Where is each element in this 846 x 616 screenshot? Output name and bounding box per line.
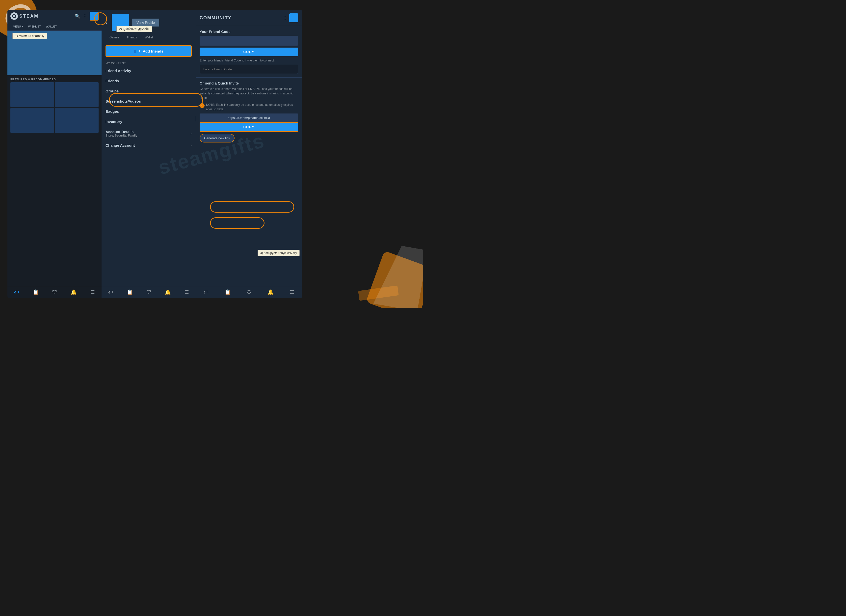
nav-shield-icon[interactable]: 🛡 [52, 290, 57, 295]
right-nav-hamburger-icon[interactable]: ☰ [290, 289, 294, 295]
back-button[interactable]: ‹ [106, 19, 109, 26]
mid-nav-tag-icon[interactable]: 🏷 [108, 290, 113, 295]
annotation-1-box: 1) Жмем на аватарку [12, 33, 47, 39]
chevron-right-icon-2: › [191, 144, 192, 147]
community-title: COMMUNITY [200, 15, 232, 21]
nav-tag-icon[interactable]: 🏷 [14, 290, 19, 295]
community-avatar [289, 13, 298, 22]
nav-wallet[interactable]: WALLET [43, 24, 59, 29]
right-nav-list-icon[interactable]: 📋 [225, 289, 231, 295]
add-friends-icon: 👥+ [134, 49, 141, 53]
menu-groups[interactable]: Groups [101, 86, 196, 96]
tab-wallet[interactable]: Wallet [141, 33, 157, 42]
mid-nav-bell-icon[interactable]: 🔔 [165, 289, 171, 295]
menu-friends[interactable]: Friends [101, 76, 196, 86]
mid-nav-hamburger-icon[interactable]: ☰ [185, 289, 189, 295]
tab-friends[interactable]: Friends [123, 33, 141, 42]
search-button[interactable]: 🔍 [75, 13, 80, 19]
annotation-2-box: 2) «Добавить друзей» [116, 26, 152, 32]
mid-panel: ‹ View Profile 2) «Добавить друзей» Game… [101, 10, 196, 298]
menu-friend-activity[interactable]: Friend Activity [101, 66, 196, 76]
nav-bar: MENU ▾ WISHLIST WALLET [7, 22, 101, 31]
friend-code-display [200, 36, 298, 46]
mid-nav-shield-icon[interactable]: 🛡 [146, 290, 151, 295]
featured-row2 [7, 107, 101, 133]
left-bottom-nav: 🏷 📋 🛡 🔔 ☰ [7, 286, 101, 298]
friend-code-input[interactable] [200, 65, 298, 74]
nav-menu[interactable]: MENU ▾ [10, 23, 25, 29]
main-container: STEAM 🔍 ⋮ MENU ▾ WISHLIST WALLET 1) Ж [0, 0, 423, 308]
right-bottom-nav: 🏷 📋 🛡 🔔 ☰ [196, 286, 302, 298]
nav-hamburger-icon[interactable]: ☰ [90, 289, 95, 295]
user-avatar[interactable] [90, 12, 98, 21]
link-display: https://s.team/p/ваша/ссылка [200, 113, 298, 122]
featured-label: FEATURED & RECOMMENDED [7, 75, 101, 82]
add-friends-button[interactable]: 👥+ Add friends [106, 46, 192, 57]
steam-icon [10, 12, 18, 20]
right-panel: COMMUNITY ⋮ Your Friend Code COPY Enter … [196, 10, 302, 298]
copy-link-button[interactable]: COPY [200, 122, 298, 132]
menu-inventory[interactable]: Inventory [101, 116, 196, 126]
menu-list: Friend Activity Friends Groups Screensho… [101, 66, 196, 150]
featured-item-2 [55, 82, 98, 107]
community-header: COMMUNITY ⋮ [196, 10, 302, 26]
menu-account-details[interactable]: Account Details Store, Security, Family … [101, 126, 196, 140]
friend-code-title: Your Friend Code [200, 29, 298, 34]
friend-code-section: Your Friend Code COPY Enter your friend'… [196, 26, 302, 78]
steam-logo-text: STEAM [19, 14, 39, 19]
menu-change-account[interactable]: Change Account › [101, 140, 196, 150]
menu-badges[interactable]: Badges [101, 106, 196, 116]
svg-point-1 [13, 15, 15, 17]
steam-logo: STEAM [10, 12, 39, 20]
right-nav-shield-icon[interactable]: 🛡 [247, 290, 252, 295]
generate-new-link-button[interactable]: Generate new link [200, 134, 235, 143]
view-profile-button[interactable]: View Profile [132, 19, 159, 26]
left-panel: STEAM 🔍 ⋮ MENU ▾ WISHLIST WALLET 1) Ж [7, 10, 101, 298]
steam-header: STEAM 🔍 ⋮ [7, 10, 101, 22]
featured-item-4 [55, 108, 98, 133]
featured-item-3 [10, 108, 54, 133]
more-options-button[interactable]: ⋮ [83, 13, 87, 19]
my-content-label: MY CONTENT [101, 60, 196, 66]
tab-games[interactable]: Games [106, 33, 123, 42]
copy-friend-code-button[interactable]: COPY [200, 48, 298, 56]
quick-invite-description: Generate a link to share via email or SM… [200, 87, 298, 100]
check-icon: ✓ [200, 103, 204, 108]
profile-tabs: Games Friends Wallet [101, 33, 196, 43]
invite-description: Enter your friend's Friend Code to invit… [200, 58, 298, 63]
note-text: ✓ NOTE: Each link can only be used once … [200, 103, 298, 112]
nav-bell-icon[interactable]: 🔔 [70, 289, 77, 295]
mid-nav-list-icon[interactable]: 📋 [127, 289, 133, 295]
chevron-right-icon: › [191, 132, 192, 135]
featured-item-1 [10, 82, 54, 107]
nav-list-icon[interactable]: 📋 [33, 289, 39, 295]
quick-invite-title: Or send a Quick Invite [200, 81, 298, 85]
right-nav-bell-icon[interactable]: 🔔 [267, 289, 274, 295]
community-dots-icon[interactable]: ⋮ [283, 15, 287, 21]
header-icons: 🔍 ⋮ [75, 12, 98, 21]
annotation-4-box: 4) Копируем новую ссылку [257, 250, 300, 256]
featured-grid [7, 82, 101, 107]
right-nav-tag-icon[interactable]: 🏷 [204, 290, 209, 295]
menu-screenshots[interactable]: Screenshots/Videos [101, 96, 196, 106]
nav-wishlist[interactable]: WISHLIST [25, 24, 43, 29]
mid-bottom-nav: 🏷 📋 🛡 🔔 ☰ [101, 286, 196, 298]
